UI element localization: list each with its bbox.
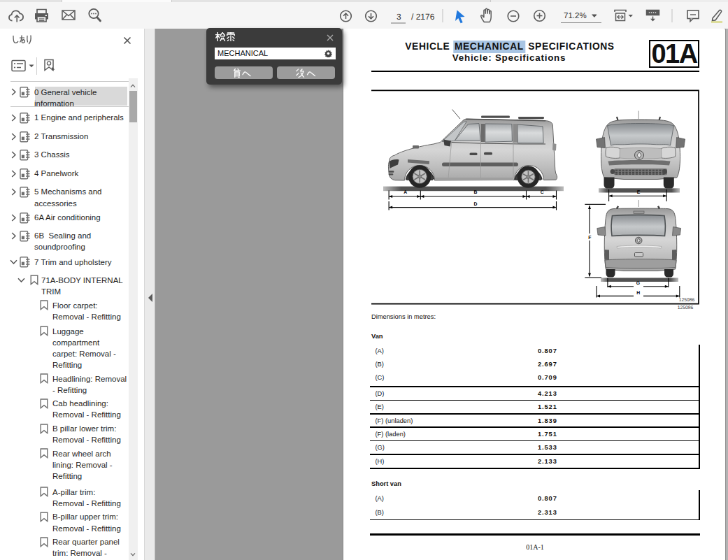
svg-text:3: 3 (397, 12, 401, 22)
svg-text:H: H (636, 291, 640, 296)
svg-text:125086: 125086 (679, 298, 695, 303)
svg-text:C: C (541, 190, 544, 195)
svg-text:71.2%: 71.2% (564, 12, 587, 20)
svg-text:F: F (588, 236, 591, 240)
svg-text:125086: 125086 (678, 306, 694, 310)
svg-text:/ 2176: / 2176 (411, 12, 435, 22)
svg-text:A: A (404, 190, 407, 195)
svg-text:B: B (473, 190, 477, 195)
svg-text:G: G (636, 281, 640, 286)
svg-text:E: E (637, 190, 641, 195)
svg-text:D: D (473, 202, 477, 207)
